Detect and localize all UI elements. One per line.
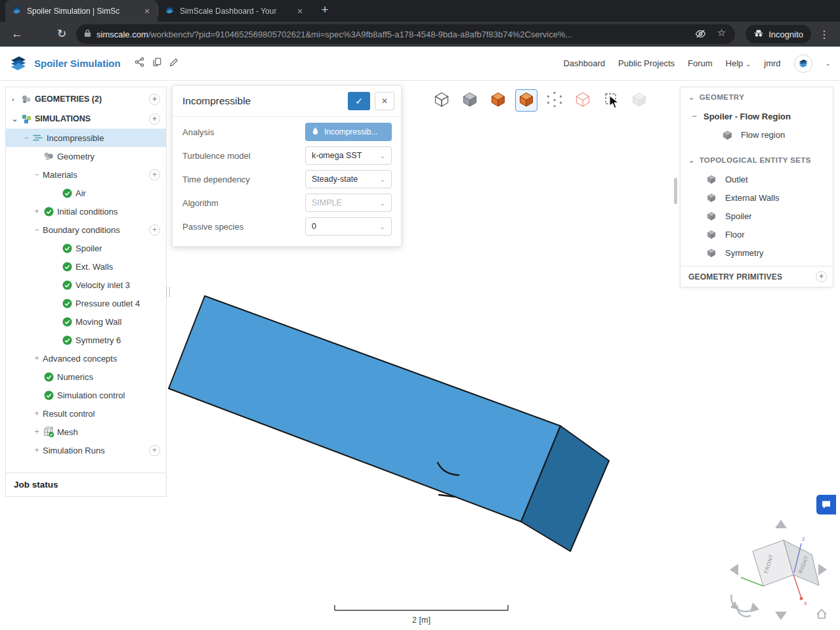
nav-help[interactable]: Help ⌄ bbox=[726, 58, 751, 68]
tree-section-geometries-2[interactable]: ›GEOMETRIES (2)+ bbox=[6, 89, 166, 109]
topology-view-button[interactable] bbox=[487, 89, 509, 112]
add-simulations-button[interactable]: + bbox=[149, 114, 160, 125]
tree-item-ext-walls[interactable]: Ext. Walls bbox=[6, 257, 166, 276]
geometry-primitives-header[interactable]: GEOMETRY PRIMITIVES + bbox=[681, 266, 833, 287]
time-dependency-select[interactable]: Steady-state⌄ bbox=[305, 170, 392, 188]
tree-item-initial-conditions[interactable]: +Initial conditions bbox=[6, 202, 166, 220]
topo-item-external-walls[interactable]: External Walls bbox=[681, 188, 833, 207]
topo-item-outlet[interactable]: Outlet bbox=[681, 170, 833, 188]
nav-forum[interactable]: Forum bbox=[688, 58, 713, 68]
tree-item-simulation-control[interactable]: Simulation control bbox=[6, 386, 166, 404]
tree-item-materials[interactable]: −Materials+ bbox=[6, 165, 166, 184]
url-bar[interactable]: simscale.com/workbench/?pid=910465256980… bbox=[76, 24, 735, 44]
rotate-right-arrow[interactable] bbox=[818, 564, 827, 576]
tree-item-air[interactable]: Air bbox=[6, 184, 166, 202]
tree-item-spoiler[interactable]: Spoiler bbox=[6, 239, 166, 257]
rotate-up-arrow[interactable] bbox=[775, 520, 787, 528]
plus-expander-icon[interactable]: + bbox=[31, 207, 43, 216]
geometry-section-header[interactable]: ⌄ GEOMETRY bbox=[681, 87, 833, 107]
view-cube[interactable]: FRONT RIGHT bbox=[753, 540, 819, 586]
tab-close-icon[interactable]: ✕ bbox=[142, 6, 152, 16]
avatar[interactable] bbox=[794, 54, 812, 73]
mesh-view-button[interactable] bbox=[572, 89, 594, 112]
fit-view-button[interactable] bbox=[430, 89, 453, 112]
flow-region-item[interactable]: Flow region bbox=[681, 125, 833, 144]
add-materials-button[interactable]: + bbox=[149, 169, 160, 180]
geometry-root-item[interactable]: − Spoiler - Flow Region bbox=[681, 107, 833, 125]
rotate-down-arrow[interactable] bbox=[775, 612, 787, 620]
close-button[interactable]: ✕ bbox=[375, 92, 394, 110]
username[interactable]: jmrd bbox=[764, 58, 780, 68]
tree-item-numerics[interactable]: Numerics bbox=[6, 368, 166, 386]
minus-expander-icon[interactable]: − bbox=[20, 133, 32, 142]
tree-item-symmetry-6[interactable]: Symmetry 6 bbox=[6, 331, 166, 349]
solid-cube-view-button[interactable] bbox=[459, 89, 481, 112]
vertex-view-button[interactable] bbox=[543, 89, 566, 112]
chat-support-button[interactable] bbox=[816, 495, 836, 514]
topological-sets-header[interactable]: ⌄ TOPOLOGICAL ENTITY SETS bbox=[681, 150, 833, 170]
copy-project-icon[interactable] bbox=[148, 57, 165, 70]
tree-item-simulation-runs[interactable]: +Simulation Runs+ bbox=[6, 441, 166, 459]
tree-item-geometry[interactable]: Geometry bbox=[6, 147, 166, 165]
geometry-select-mode-button[interactable] bbox=[515, 89, 537, 112]
account-chevron-down-icon[interactable]: ⌄ bbox=[826, 60, 831, 67]
add-geometries-2-button[interactable]: + bbox=[149, 94, 160, 105]
tree-item-result-control[interactable]: +Result control bbox=[6, 404, 166, 423]
tree-item-label: Ext. Walls bbox=[75, 262, 113, 272]
tree-item-boundary-conditions[interactable]: −Boundary conditions+ bbox=[6, 220, 166, 239]
minus-expander-icon[interactable]: − bbox=[31, 170, 43, 179]
turbulence-model-select[interactable]: k-omega SST⌄ bbox=[305, 146, 392, 165]
simscale-logo bbox=[9, 54, 28, 73]
tree-item-incompressible[interactable]: −Incompressible bbox=[6, 129, 166, 147]
browser-menu-icon[interactable]: ⋮ bbox=[816, 28, 832, 41]
solid-cube-view-icon bbox=[462, 91, 478, 110]
nav-public-projects[interactable]: Public Projects bbox=[618, 58, 675, 68]
share-icon[interactable] bbox=[131, 57, 148, 70]
bookmark-star-icon[interactable]: ☆ bbox=[717, 27, 726, 39]
eye-off-icon[interactable] bbox=[695, 28, 706, 42]
topo-item-floor[interactable]: Floor bbox=[681, 225, 833, 243]
simulation-tree-panel: ›GEOMETRIES (2)+⌄SIMULATIONS+−Incompress… bbox=[5, 87, 167, 497]
browser-tab-inactive[interactable]: SimScale Dashboard - Your ✕ bbox=[158, 0, 310, 22]
tree-item-advanced-concepts[interactable]: +Advanced concepts bbox=[6, 349, 166, 368]
plus-expander-icon[interactable]: + bbox=[31, 354, 43, 363]
plus-expander-icon[interactable]: + bbox=[31, 446, 43, 455]
plus-expander-icon[interactable]: + bbox=[31, 427, 43, 436]
minus-expander-icon[interactable]: − bbox=[31, 225, 43, 234]
job-status-header[interactable]: Job status bbox=[6, 472, 166, 496]
chevron-right-icon[interactable]: › bbox=[6, 95, 20, 103]
apply-button[interactable]: ✓ bbox=[348, 92, 370, 110]
check-icon bbox=[61, 188, 73, 198]
project-title: Spoiler Simulation bbox=[34, 58, 121, 69]
flow-region-box[interactable] bbox=[169, 296, 609, 551]
browser-tab-active[interactable]: Spoiler Simulation | SimSc ✕ bbox=[5, 0, 158, 22]
tree-section-label: GEOMETRIES (2) bbox=[35, 94, 102, 104]
add-boundary-conditions-button[interactable]: + bbox=[149, 224, 160, 236]
reload-button[interactable]: ↻ bbox=[52, 25, 71, 43]
tree-item-pressure-outlet-4[interactable]: Pressure outlet 4 bbox=[6, 294, 166, 312]
scrollbar-thumb[interactable] bbox=[674, 178, 677, 204]
tree-section-simulations[interactable]: ⌄SIMULATIONS+ bbox=[6, 109, 166, 129]
minus-expander-icon[interactable]: − bbox=[690, 112, 699, 121]
sidebar-resize-handle[interactable] bbox=[166, 287, 170, 297]
topo-item-spoiler[interactable]: Spoiler bbox=[681, 207, 833, 225]
nav-dashboard[interactable]: Dashboard bbox=[563, 58, 605, 68]
add-simulation-runs-button[interactable]: + bbox=[149, 445, 160, 456]
add-geometry-primitive-button[interactable]: + bbox=[816, 271, 827, 282]
passive-species-select[interactable]: 0⌄ bbox=[305, 217, 392, 236]
tree-item-mesh[interactable]: +Mesh bbox=[6, 423, 166, 441]
tree-item-velocity-inlet-3[interactable]: Velocity inlet 3 bbox=[6, 276, 166, 294]
analysis-type-button[interactable]: Incompressib... bbox=[305, 123, 392, 141]
new-tab-button[interactable]: + bbox=[316, 1, 334, 20]
tab-close-icon[interactable]: ✕ bbox=[295, 6, 305, 16]
home-view-icon[interactable] bbox=[817, 610, 826, 618]
algorithm-select[interactable]: SIMPLE⌄ bbox=[305, 194, 392, 212]
tree-item-moving-wall[interactable]: Moving Wall bbox=[6, 312, 166, 331]
plus-expander-icon[interactable]: + bbox=[31, 409, 43, 418]
back-button[interactable]: ← bbox=[8, 25, 26, 43]
rotate-left-arrow[interactable] bbox=[730, 564, 738, 576]
edit-pencil-icon[interactable] bbox=[165, 58, 182, 70]
topo-item-symmetry[interactable]: Symmetry bbox=[681, 243, 833, 262]
chevron-down-icon[interactable]: ⌄ bbox=[6, 115, 20, 123]
orientation-gimbal[interactable]: FRONT RIGHT z x bbox=[730, 520, 827, 620]
